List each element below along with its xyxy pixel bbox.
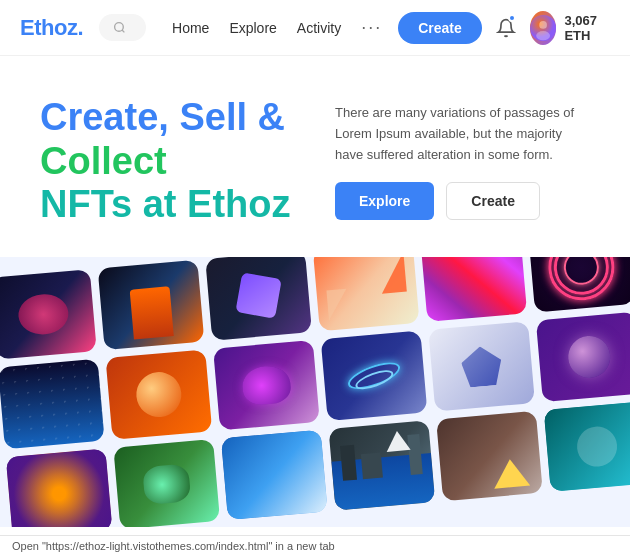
avatar	[530, 11, 556, 45]
nft-card-3[interactable]	[205, 257, 312, 341]
nft-card-5[interactable]	[420, 257, 527, 322]
nft-card-15[interactable]	[221, 430, 328, 520]
create-button-hero[interactable]: Create	[446, 182, 540, 220]
nft-card-4[interactable]	[313, 257, 420, 331]
nav-link-home[interactable]: Home	[172, 20, 209, 36]
hero-description: There are many variations of passages of…	[335, 103, 590, 165]
notification-bell[interactable]	[492, 10, 520, 46]
nft-card-9[interactable]	[213, 340, 320, 430]
hero-left: Create, Sell & Collect NFTs at Ethoz	[40, 96, 295, 227]
nft-card-11[interactable]	[428, 321, 535, 411]
nft-card-6[interactable]	[528, 257, 630, 312]
hero-section: Create, Sell & Collect NFTs at Ethoz The…	[0, 56, 630, 257]
logo[interactable]: Ethoz.	[20, 15, 83, 41]
explore-button[interactable]: Explore	[335, 182, 434, 220]
user-avatar-wrap[interactable]: 3,067 ETH	[530, 11, 612, 45]
hero-buttons: Explore Create	[335, 182, 590, 220]
nft-card-1[interactable]	[0, 269, 97, 359]
navbar: Ethoz. Home Explore Activity ··· Create	[0, 0, 630, 56]
nav-link-activity[interactable]: Activity	[297, 20, 341, 36]
nft-card-2[interactable]	[98, 260, 205, 350]
svg-point-4	[536, 31, 550, 40]
create-button-nav[interactable]: Create	[398, 12, 482, 44]
nav-more[interactable]: ···	[361, 17, 382, 38]
nft-card-17[interactable]	[436, 411, 543, 501]
search-bar[interactable]	[99, 14, 146, 41]
hero-title: Create, Sell & Collect NFTs at Ethoz	[40, 96, 295, 227]
status-text: Open "https://ethoz-light.vistothemes.co…	[12, 540, 335, 552]
search-icon	[113, 21, 126, 34]
svg-line-1	[122, 30, 124, 32]
svg-point-0	[115, 23, 124, 32]
avatar-image	[530, 11, 556, 45]
nft-card-13[interactable]	[6, 449, 113, 528]
nav-links: Home Explore Activity ···	[172, 17, 382, 38]
nft-card-14[interactable]	[113, 439, 220, 527]
gallery-section	[0, 257, 630, 527]
nft-card-8[interactable]	[105, 349, 212, 439]
status-bar: Open "https://ethoz-light.vistothemes.co…	[0, 535, 630, 556]
hero-right: There are many variations of passages of…	[335, 103, 590, 219]
nft-card-12[interactable]	[536, 312, 630, 402]
nft-card-10[interactable]	[321, 331, 428, 421]
nav-right: Create	[398, 10, 612, 46]
eth-balance: 3,067 ETH	[564, 13, 612, 43]
nav-link-explore[interactable]: Explore	[229, 20, 276, 36]
nft-card-16[interactable]	[328, 420, 435, 510]
nft-card-7[interactable]	[0, 359, 105, 449]
gallery-grid	[0, 257, 630, 527]
notification-dot	[508, 14, 516, 22]
svg-point-3	[539, 21, 547, 29]
nft-card-18[interactable]	[544, 401, 630, 491]
